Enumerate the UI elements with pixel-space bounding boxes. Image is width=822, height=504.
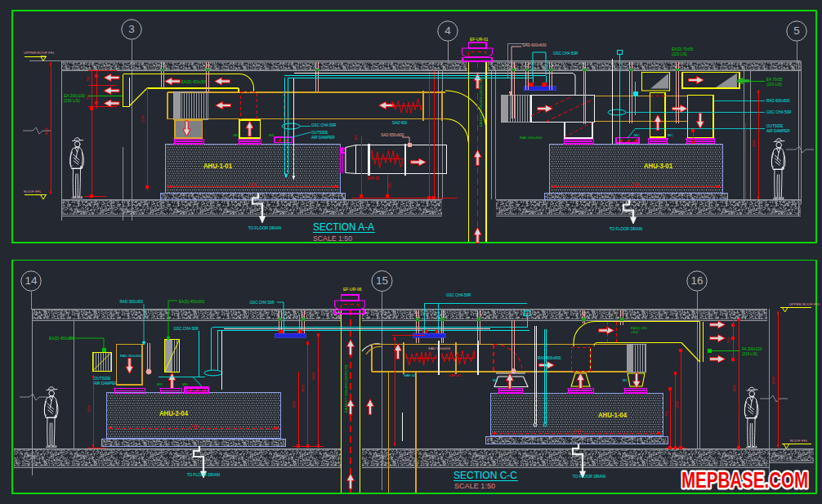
svg-text:SAD 600: SAD 600 [392, 121, 408, 125]
svg-text:GSC CHA 50R: GSC CHA 50R [174, 327, 199, 331]
svg-text:EF-UR-06: EF-UR-06 [343, 287, 362, 292]
svg-text:ROOF FFL: ROOF FFL [790, 439, 808, 443]
svg-text:SAF-02: SAF-02 [404, 373, 416, 377]
svg-text:UPPER ROOF FFL: UPPER ROOF FFL [789, 302, 821, 306]
svg-text:RAD 300x300: RAD 300x300 [120, 354, 142, 358]
svg-text:1500: 1500 [87, 404, 91, 413]
svg-text:GSC CHA 50R: GSC CHA 50R [311, 123, 337, 127]
svg-text:EA(D) 450x300: EA(D) 450x300 [179, 300, 205, 304]
svg-text:OUTSIDE: OUTSIDE [766, 124, 783, 128]
svg-text:MD: MD [234, 133, 239, 137]
svg-text:ROOF FFL: ROOF FFL [24, 190, 42, 194]
svg-text:5420: 5420 [249, 182, 257, 186]
svg-text:3500: 3500 [752, 139, 756, 147]
svg-text:TO FLOOR DRAIN: TO FLOOR DRAIN [610, 227, 643, 231]
svg-text:GSC CHA 50R: GSC CHA 50R [766, 110, 792, 114]
svg-text:5420: 5420 [632, 182, 641, 186]
svg-text:(220 L/S): (220 L/S) [766, 83, 782, 87]
svg-text:SECTION C-C: SECTION C-C [453, 470, 517, 481]
svg-text:14: 14 [25, 274, 38, 287]
svg-text:GSC CHA 50R: GSC CHA 50R [250, 301, 275, 305]
svg-text:RAD 600x600: RAD 600x600 [520, 136, 543, 140]
svg-text:AIR DAMPER: AIR DAMPER [766, 129, 790, 133]
svg-text:OUTSIDE: OUTSIDE [94, 377, 110, 381]
svg-text:AHU-1-04: AHU-1-04 [598, 410, 628, 419]
svg-text:(230 L/S): (230 L/S) [64, 99, 80, 103]
svg-text:5420: 5420 [574, 429, 583, 433]
svg-text:EA(D) 450x250: EA(D) 450x250 [49, 337, 75, 341]
svg-text:EA 70x55: EA 70x55 [766, 78, 783, 82]
svg-text:SAF-01: SAF-01 [367, 176, 380, 181]
svg-text:AIR DAMPER: AIR DAMPER [311, 136, 335, 140]
svg-text:MC: MC [634, 133, 640, 137]
svg-text:3200: 3200 [732, 384, 736, 392]
svg-text:MEPBASE.COM: MEPBASE.COM [681, 468, 808, 493]
svg-text:750: 750 [726, 337, 730, 343]
svg-text:SAD 650x600: SAD 650x600 [428, 346, 451, 350]
svg-text:MD: MD [157, 382, 163, 386]
svg-text:SCALE 1:50: SCALE 1:50 [313, 235, 352, 243]
svg-text:2850: 2850 [301, 384, 305, 392]
svg-text:3: 3 [128, 23, 135, 35]
svg-text:AIR DAMPER: AIR DAMPER [94, 381, 118, 386]
svg-text:TO FLOOR DRAIN: TO FLOOR DRAIN [187, 473, 221, 477]
svg-text:AHU-3-01: AHU-3-01 [644, 161, 673, 170]
svg-text:RAD 300x300: RAD 300x300 [120, 300, 144, 304]
svg-text:MD: MD [269, 133, 275, 137]
svg-text:x300: x300 [631, 330, 639, 334]
svg-text:EA DUCT 600x600 (1100 L/S): EA DUCT 600x600 (1100 L/S) [479, 78, 483, 127]
svg-text:150: 150 [387, 183, 391, 189]
svg-text:EA(D) 450x300: EA(D) 450x300 [181, 80, 208, 84]
svg-text:5420: 5420 [191, 424, 199, 428]
svg-text:EA(D) 70x55: EA(D) 70x55 [672, 47, 694, 51]
svg-text:RAD 600x600: RAD 600x600 [538, 356, 561, 360]
svg-text:FA 200x120: FA 200x120 [742, 347, 762, 351]
svg-text:MC: MC [493, 378, 498, 382]
svg-text:MC: MC [623, 378, 628, 382]
svg-text:AHU-1-01: AHU-1-01 [203, 161, 233, 170]
svg-text:4500: 4500 [44, 127, 48, 135]
svg-text:4: 4 [445, 25, 451, 37]
svg-text:EF-UR-01: EF-UR-01 [470, 37, 489, 42]
svg-text:TO FLOOR DRAIN: TO FLOOR DRAIN [248, 226, 282, 230]
svg-text:EA 200x100: EA 200x100 [64, 94, 85, 98]
svg-text:750: 750 [87, 77, 90, 82]
svg-text:RAD 600x600: RAD 600x600 [766, 99, 790, 103]
svg-text:(220 L/S): (220 L/S) [672, 52, 687, 56]
svg-text:MC: MC [668, 133, 673, 137]
svg-text:AHU-2-04: AHU-2-04 [159, 408, 189, 417]
svg-text:4500: 4500 [771, 376, 775, 384]
svg-text:UPPER ROOF FFL: UPPER ROOF FFL [24, 51, 56, 55]
svg-text:SECTION A-A: SECTION A-A [313, 221, 375, 233]
svg-text:SCALE 1:50: SCALE 1:50 [454, 483, 495, 490]
svg-text:MD: MD [182, 382, 188, 386]
svg-text:(216 L/S): (216 L/S) [742, 352, 757, 356]
svg-text:OUTSIDE: OUTSIDE [311, 131, 328, 135]
svg-text:5: 5 [793, 25, 800, 37]
svg-text:15: 15 [376, 274, 388, 287]
svg-text:GSC CHA 50R: GSC CHA 50R [553, 51, 579, 56]
svg-text:GSC CHA 50R: GSC CHA 50R [446, 293, 471, 297]
svg-text:SAD 650x600: SAD 650x600 [381, 133, 404, 137]
svg-text:3600: 3600 [311, 372, 315, 380]
svg-text:16: 16 [690, 274, 703, 287]
svg-text:350: 350 [354, 135, 358, 140]
svg-text:SAF-02: SAF-02 [449, 373, 461, 377]
svg-text:750: 750 [664, 411, 668, 417]
svg-text:1500: 1500 [292, 400, 296, 408]
svg-text:(150): (150) [141, 114, 145, 123]
svg-text:TO FLOOR DRAIN: TO FLOOR DRAIN [573, 475, 606, 479]
svg-text:EA DUCT 600x600 (1100 L/S): EA DUCT 600x600 (1100 L/S) [344, 364, 348, 413]
svg-text:1500: 1500 [675, 400, 679, 408]
